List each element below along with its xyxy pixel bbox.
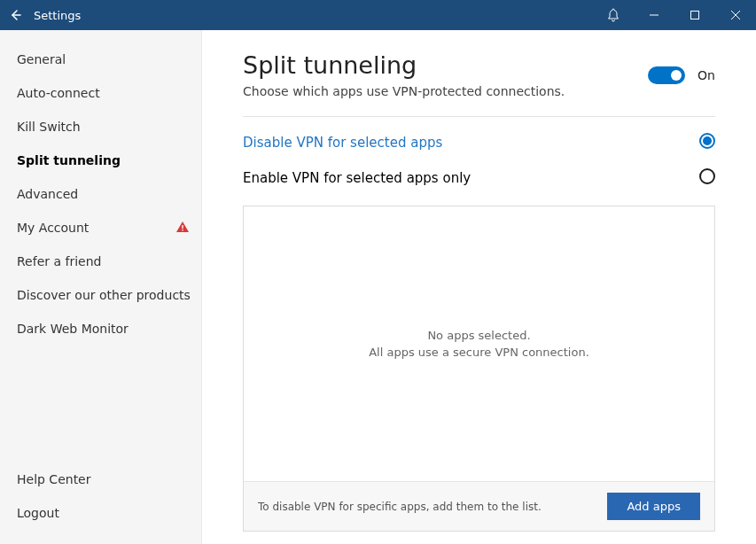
option-label: Enable VPN for selected apps only (243, 170, 471, 186)
sidebar-item-label: Auto-connect (17, 86, 100, 100)
bell-icon (607, 8, 620, 22)
empty-line: No apps selected. (427, 327, 530, 345)
maximize-icon (690, 10, 700, 20)
sidebar-item-advanced[interactable]: Advanced (0, 177, 201, 211)
svg-rect-6 (182, 229, 183, 230)
page-subtitle: Choose which apps use VPN-protected conn… (243, 84, 565, 98)
apps-footer: To disable VPN for specific apps, add th… (244, 481, 714, 531)
sidebar-item-general[interactable]: General (0, 43, 201, 76)
sidebar-item-label: General (17, 52, 66, 66)
add-apps-button[interactable]: Add apps (607, 493, 700, 520)
minimize-button[interactable] (634, 0, 674, 30)
apps-footer-hint: To disable VPN for specific apps, add th… (258, 501, 542, 513)
option-label: Disable VPN for selected apps (243, 135, 442, 151)
back-arrow-icon (10, 9, 22, 21)
page-title: Split tunneling (243, 51, 565, 79)
sidebar: General Auto-connect Kill Switch Split t… (0, 30, 202, 544)
empty-line: All apps use a secure VPN connection. (369, 344, 589, 361)
page-header: Split tunneling Choose which apps use VP… (243, 51, 715, 98)
minimize-icon (649, 10, 659, 20)
warning-icon (176, 221, 189, 235)
sidebar-item-my-account[interactable]: My Account (0, 211, 201, 245)
svg-rect-2 (691, 12, 699, 19)
sidebar-item-label: Help Center (17, 472, 91, 486)
back-button[interactable] (0, 0, 32, 30)
main-panel: Split tunneling Choose which apps use VP… (202, 30, 756, 544)
sidebar-item-help-center[interactable]: Help Center (0, 462, 201, 496)
split-tunneling-toggle[interactable] (648, 66, 685, 84)
apps-list: No apps selected. All apps use a secure … (243, 206, 715, 532)
sidebar-item-discover-products[interactable]: Discover our other products (0, 278, 201, 312)
option-disable-vpn[interactable]: Disable VPN for selected apps (243, 133, 715, 152)
window-title: Settings (34, 9, 81, 22)
sidebar-item-label: Dark Web Monitor (17, 322, 129, 336)
sidebar-item-label: Discover our other products (17, 288, 191, 302)
close-button[interactable] (715, 0, 756, 30)
titlebar: Settings (0, 0, 756, 30)
radio-icon (699, 168, 715, 184)
sidebar-item-split-tunneling[interactable]: Split tunneling (0, 144, 201, 177)
apps-empty-state: No apps selected. All apps use a secure … (244, 206, 714, 481)
radio-icon (699, 133, 715, 149)
sidebar-item-label: My Account (17, 221, 89, 235)
sidebar-item-label: Split tunneling (17, 153, 121, 167)
sidebar-item-kill-switch[interactable]: Kill Switch (0, 110, 201, 144)
sidebar-item-label: Logout (17, 506, 59, 520)
close-icon (730, 10, 741, 20)
content: General Auto-connect Kill Switch Split t… (0, 30, 756, 544)
sidebar-item-label: Advanced (17, 187, 78, 201)
sidebar-item-logout[interactable]: Logout (0, 496, 201, 530)
sidebar-item-dark-web-monitor[interactable]: Dark Web Monitor (0, 312, 201, 346)
sidebar-item-auto-connect[interactable]: Auto-connect (0, 76, 201, 110)
maximize-button[interactable] (674, 0, 715, 30)
notifications-button[interactable] (593, 0, 634, 30)
sidebar-item-label: Kill Switch (17, 120, 81, 134)
divider (243, 116, 715, 117)
sidebar-item-refer-a-friend[interactable]: Refer a friend (0, 245, 201, 278)
toggle-state-label: On (698, 68, 715, 82)
option-enable-vpn-only[interactable]: Enable VPN for selected apps only (243, 168, 715, 188)
svg-rect-5 (182, 225, 183, 229)
sidebar-item-label: Refer a friend (17, 254, 101, 268)
